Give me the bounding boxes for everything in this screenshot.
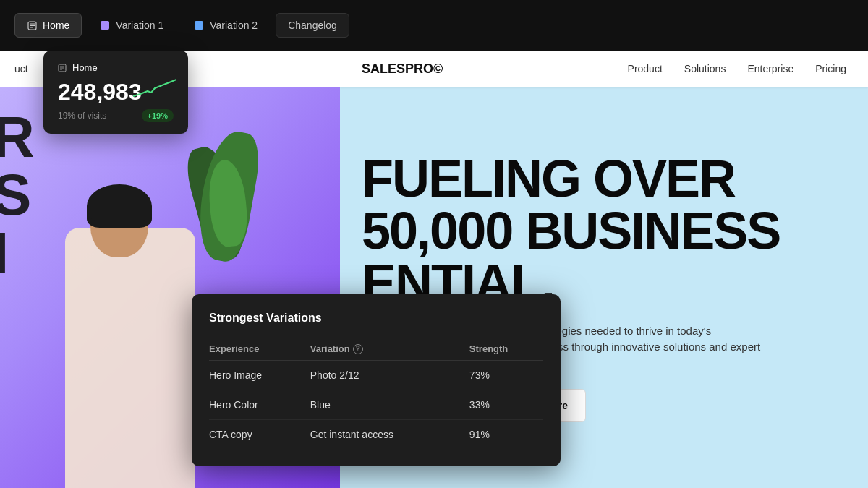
table-row: Hero Color Blue 33% — [209, 390, 543, 420]
strength-1: 73% — [469, 361, 543, 390]
mini-chart — [133, 78, 176, 103]
website-nav: SALESPRO© Product Solutions Enterprise P… — [340, 51, 868, 87]
left-text-line3: I — [0, 224, 33, 282]
tab-variation2[interactable]: Variation 2 — [182, 13, 270, 38]
home-card-file-icon — [58, 64, 67, 72]
col-variation: Variation ? — [310, 338, 469, 361]
hero-line2: 50,000 BUSINESS — [362, 205, 846, 257]
strength-3: 91% — [469, 420, 543, 450]
table-row: Hero Image Photo 2/12 73% — [209, 361, 543, 390]
home-card: Home 248,983 19% of visits +19% — [43, 51, 188, 134]
nav-enterprise: Enterprise — [747, 63, 793, 74]
home-card-header: Home — [58, 62, 174, 73]
variation-info-icon: ? — [353, 344, 363, 354]
home-card-badge: +19% — [142, 109, 174, 122]
variation-1: Photo 2/12 — [310, 361, 469, 390]
home-card-subtitle: 19% of visits — [58, 111, 106, 121]
tab-changelog[interactable]: Changelog — [276, 13, 349, 38]
blue-square-icon — [194, 20, 204, 30]
tab-home[interactable]: Home — [14, 13, 82, 38]
nav-product: Product — [628, 63, 663, 74]
tab-changelog-label: Changelog — [288, 20, 337, 31]
variations-title: Strongest Variations — [209, 312, 543, 325]
hero-headline: FUELING OVER 50,000 BUSINESS ENTIAL. — [362, 153, 846, 309]
file-icon — [27, 20, 37, 30]
col-experience: Experience — [209, 338, 310, 361]
tab-home-label: Home — [43, 20, 69, 31]
purple-square-icon — [100, 20, 110, 30]
strength-2: 33% — [469, 390, 543, 420]
nav-partial-1: uct — [14, 63, 28, 74]
nav-pricing: Pricing — [815, 63, 846, 74]
tab-variation1-label: Variation 1 — [116, 20, 163, 31]
left-text-line1: R — [0, 108, 33, 166]
website-logo: SALESPRO© — [362, 61, 443, 77]
experience-2: Hero Color — [209, 390, 310, 420]
experience-1: Hero Image — [209, 361, 310, 390]
variations-popup: Strongest Variations Experience Variatio… — [192, 294, 561, 466]
nav-solutions: Solutions — [684, 63, 726, 74]
top-bar: Home Variation 1 Variation 2 Changelog — [0, 0, 868, 51]
table-row: CTA copy Get instant access 91% — [209, 420, 543, 450]
col-strength: Strength — [469, 338, 543, 361]
experience-3: CTA copy — [209, 420, 310, 450]
home-card-title: Home — [72, 62, 98, 73]
variation-3: Get instant access — [310, 420, 469, 450]
home-card-footer: 19% of visits +19% — [58, 109, 174, 122]
hero-line1: FUELING OVER — [362, 153, 846, 205]
variation-2: Blue — [310, 390, 469, 420]
tab-variation2-label: Variation 2 — [210, 20, 258, 31]
variations-table: Experience Variation ? Strength Hero Ima… — [209, 338, 543, 449]
tab-variation1[interactable]: Variation 1 — [88, 13, 176, 38]
left-text-line2: S — [0, 166, 33, 224]
